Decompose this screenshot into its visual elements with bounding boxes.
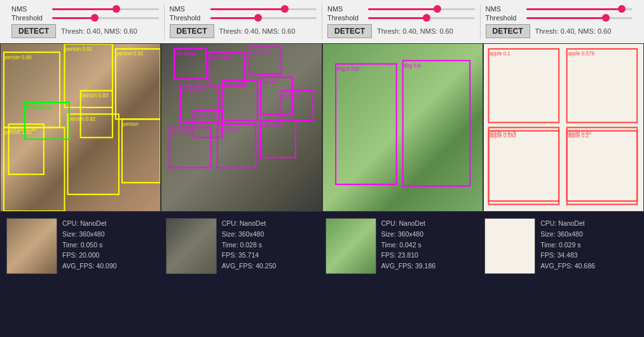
threshold-thumb-3[interactable] bbox=[423, 14, 430, 22]
thumbnail-info-3: CPU: NanoDetSize: 360x480Time: 0.042 sFP… bbox=[381, 218, 436, 272]
threshold-track-1[interactable] bbox=[52, 17, 159, 19]
nms-track-4[interactable] bbox=[526, 8, 633, 10]
thumbnail-item-4: CPU: NanoDetSize: 360x480Time: 0.029 sFP… bbox=[484, 218, 638, 275]
detection-overlay-1: person 0.90person 0.91person 0.92person … bbox=[1, 44, 160, 211]
svg-text:car 0.579: car 0.579 bbox=[218, 127, 240, 132]
control-panel-4: NMSThresholdDETECTThresh: 0.40, NMS: 0.6… bbox=[481, 4, 638, 39]
threshold-track-2[interactable] bbox=[210, 17, 317, 19]
thumbnail-image-people bbox=[6, 218, 57, 274]
image-panel-4: apple 0.1apple 0.579apple 0.476apple 0.8… bbox=[483, 43, 644, 212]
svg-rect-46 bbox=[566, 49, 637, 123]
svg-text:dog 0.720: dog 0.720 bbox=[336, 66, 359, 72]
nms-track-2[interactable] bbox=[210, 8, 317, 10]
nms-track-1[interactable] bbox=[52, 8, 159, 10]
svg-text:person 0.65: person 0.65 bbox=[25, 104, 53, 110]
detection-overlay-4: apple 0.1apple 0.579apple 0.476apple 0.8… bbox=[484, 44, 643, 211]
thumbnail-image-dogs bbox=[325, 218, 376, 274]
detect-button-3[interactable]: DETECT bbox=[327, 24, 372, 38]
controls-bar: NMSThresholdDETECTThresh: 0.40, NMS: 0.6… bbox=[0, 0, 644, 43]
threshold-track-4[interactable] bbox=[526, 17, 633, 19]
control-panel-3: NMSThresholdDETECTThresh: 0.40, NMS: 0.6… bbox=[322, 4, 481, 39]
image-panel-2: car 0.812car 0.481car 0.416car 0.409car … bbox=[161, 43, 322, 212]
thumbnail-info-line: Time: 0.029 s bbox=[540, 240, 595, 251]
thumbnail-item-1: CPU: NanoDetSize: 360x480Time: 0.050 sFP… bbox=[6, 218, 160, 275]
svg-rect-10 bbox=[122, 119, 160, 182]
svg-text:person 0.90: person 0.90 bbox=[4, 55, 32, 60]
svg-text:car 0.812: car 0.812 bbox=[175, 51, 197, 57]
thumbnail-info-line: Time: 0.050 s bbox=[62, 240, 117, 251]
nms-label-3: NMS bbox=[327, 5, 364, 13]
image-panel-1: person 0.90person 0.91person 0.92person … bbox=[0, 43, 161, 212]
svg-rect-44 bbox=[488, 49, 559, 123]
detection-overlay-3: dog 0.720dog 0.6 bbox=[323, 44, 483, 211]
svg-rect-54 bbox=[566, 131, 637, 205]
nms-thumb-3[interactable] bbox=[434, 5, 441, 13]
thumbnail-info-line: CPU: NanoDet bbox=[381, 218, 436, 229]
detect-info-3: Thresh: 0.40, NMS: 0.60 bbox=[377, 27, 453, 35]
thumbnail-info-line: Time: 0.028 s bbox=[222, 240, 277, 251]
svg-text:person: person bbox=[123, 121, 139, 127]
svg-rect-0 bbox=[4, 52, 60, 127]
detect-button-4[interactable]: DETECT bbox=[486, 24, 530, 38]
nms-label-1: NMS bbox=[11, 5, 48, 13]
svg-text:car 0.586: car 0.586 bbox=[170, 130, 192, 135]
control-panel-1: NMSThresholdDETECTThresh: 0.40, NMS: 0.6… bbox=[6, 4, 165, 39]
threshold-label-3: Threshold bbox=[327, 14, 364, 22]
svg-text:car 0.59: car 0.59 bbox=[282, 93, 301, 99]
nms-row-4: NMS bbox=[486, 5, 633, 13]
svg-text:car 0.481: car 0.481 bbox=[210, 55, 232, 60]
detect-row-2: DETECTThresh: 0.40, NMS: 0.60 bbox=[170, 24, 317, 38]
detect-button-2[interactable]: DETECT bbox=[170, 24, 214, 38]
svg-rect-40 bbox=[336, 64, 396, 184]
thumbnail-info-line: AVG_FPS: 39.186 bbox=[381, 261, 436, 272]
thumbnail-info-line: Size: 360x480 bbox=[381, 229, 436, 240]
threshold-thumb-2[interactable] bbox=[254, 14, 262, 22]
thumbnail-info-1: CPU: NanoDetSize: 360x480Time: 0.050 sFP… bbox=[62, 218, 117, 272]
nms-label-4: NMS bbox=[486, 5, 523, 13]
thumbnail-info-line: Size: 360x480 bbox=[222, 229, 277, 240]
svg-text:person 0.92: person 0.92 bbox=[116, 51, 144, 57]
thumbnail-info-4: CPU: NanoDetSize: 360x480Time: 0.029 sFP… bbox=[540, 218, 595, 272]
svg-text:apple 0.579: apple 0.579 bbox=[568, 51, 594, 57]
detect-button-1[interactable]: DETECT bbox=[11, 24, 56, 38]
detect-info-2: Thresh: 0.40, NMS: 0.60 bbox=[219, 27, 296, 35]
threshold-row-1: Threshold bbox=[11, 14, 159, 22]
thumbnail-info-line: CPU: NanoDet bbox=[222, 218, 277, 229]
svg-text:apple 0.1: apple 0.1 bbox=[490, 51, 510, 57]
svg-text:person 0.91: person 0.91 bbox=[65, 46, 93, 52]
thumbnail-image-traffic bbox=[166, 218, 217, 274]
thumbnail-info-line: FPS: 35.714 bbox=[222, 250, 277, 261]
svg-text:apple 0.583: apple 0.583 bbox=[490, 133, 516, 139]
nms-track-3[interactable] bbox=[368, 8, 475, 10]
nms-thumb-2[interactable] bbox=[281, 5, 289, 13]
nms-thumb-1[interactable] bbox=[113, 5, 120, 13]
svg-text:car 0.500: car 0.500 bbox=[223, 83, 245, 88]
threshold-row-2: Threshold bbox=[170, 14, 317, 22]
thumbnail-info-line: FPS: 34.483 bbox=[540, 250, 595, 261]
thumbnail-info-line: CPU: NanoDet bbox=[540, 218, 595, 229]
svg-rect-4 bbox=[116, 49, 160, 119]
nms-row-2: NMS bbox=[170, 5, 317, 13]
threshold-label-4: Threshold bbox=[486, 14, 523, 22]
svg-text:dog 0.6: dog 0.6 bbox=[403, 63, 420, 69]
threshold-label-2: Threshold bbox=[170, 14, 207, 22]
threshold-track-3[interactable] bbox=[368, 17, 475, 19]
svg-text:car 0.483: car 0.483 bbox=[261, 123, 283, 128]
detect-info-1: Thresh: 0.40, NMS: 0.60 bbox=[61, 27, 137, 35]
svg-text:person 0.83: person 0.83 bbox=[81, 93, 109, 99]
nms-row-1: NMS bbox=[11, 5, 159, 13]
thumbnail-item-3: CPU: NanoDetSize: 360x480Time: 0.042 sFP… bbox=[325, 218, 479, 275]
thumbnail-info-line: AVG_FPS: 40.686 bbox=[540, 261, 595, 272]
thumbnails-bar: CPU: NanoDetSize: 360x480Time: 0.050 sFP… bbox=[0, 212, 644, 282]
thumbnail-item-2: CPU: NanoDetSize: 360x480Time: 0.028 sFP… bbox=[166, 218, 319, 275]
nms-thumb-4[interactable] bbox=[618, 5, 626, 13]
thumbnail-info-line: Size: 360x480 bbox=[540, 229, 595, 240]
thumbnail-info-line: AVG_FPS: 40.090 bbox=[62, 261, 117, 272]
detect-row-3: DETECTThresh: 0.40, NMS: 0.60 bbox=[327, 24, 475, 38]
threshold-thumb-4[interactable] bbox=[602, 14, 610, 22]
nms-label-2: NMS bbox=[170, 5, 207, 13]
threshold-row-4: Threshold bbox=[486, 14, 633, 22]
image-panel-3: dog 0.720dog 0.6 bbox=[322, 43, 483, 212]
threshold-thumb-1[interactable] bbox=[91, 14, 99, 22]
svg-text:person 0.45: person 0.45 bbox=[10, 127, 37, 132]
